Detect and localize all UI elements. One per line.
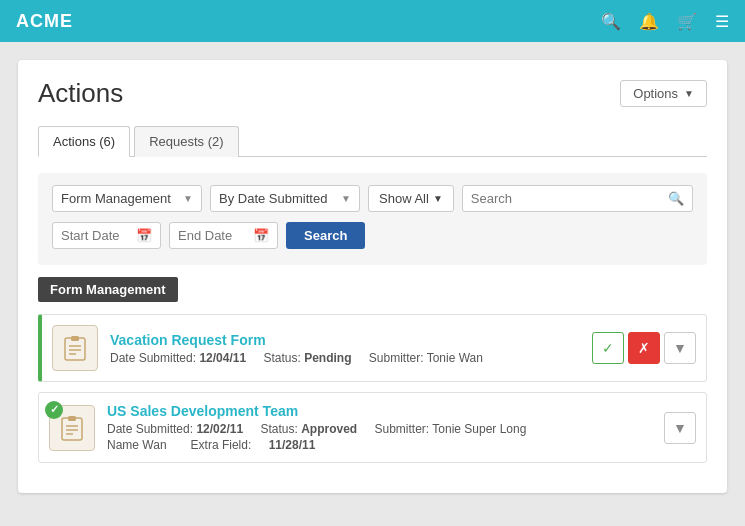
top-nav: ACME 🔍 🔔 🛒 ☰ (0, 0, 745, 42)
search-icon[interactable]: 🔍 (601, 12, 621, 31)
options-button[interactable]: Options ▼ (620, 80, 707, 107)
category-dropdown[interactable]: Form Management ▼ (52, 185, 202, 212)
sort-label: By Date Submitted (219, 191, 327, 206)
show-all-button[interactable]: Show All ▼ (368, 185, 454, 212)
action-item: ✓ US Sales Development Team Date Submitt… (38, 392, 707, 463)
tab-requests[interactable]: Requests (2) (134, 126, 238, 157)
item-title[interactable]: Vacation Request Form (110, 332, 592, 348)
end-date-input[interactable] (178, 228, 248, 243)
search-input[interactable] (471, 191, 663, 206)
item-title[interactable]: US Sales Development Team (107, 403, 664, 419)
svg-rect-1 (71, 336, 79, 341)
item-details: Vacation Request Form Date Submitted: 12… (110, 332, 592, 365)
svg-rect-5 (62, 418, 82, 440)
tab-actions[interactable]: Actions (6) (38, 126, 130, 157)
date-submitted-label: Date Submitted: 12/04/11 (110, 351, 246, 365)
card: Actions Options ▼ Actions (6) Requests (… (18, 60, 727, 493)
submitter-label: Submitter: Tonie Wan (369, 351, 497, 365)
category-arrow-icon: ▼ (183, 193, 193, 204)
approve-button[interactable]: ✓ (592, 332, 624, 364)
status-badge: Status: Approved (260, 422, 357, 436)
dropdown-button[interactable]: ▼ (664, 412, 696, 444)
end-calendar-icon: 📅 (253, 228, 269, 243)
start-date-input[interactable] (61, 228, 131, 243)
dropdown-button[interactable]: ▼ (664, 332, 696, 364)
search-icon: 🔍 (668, 191, 684, 206)
submitter-label: Submitter: Tonie Super Long (375, 422, 541, 436)
page-title: Actions (38, 78, 123, 109)
section-label: Form Management (38, 277, 178, 302)
card-header: Actions Options ▼ (38, 78, 707, 109)
start-date-field[interactable]: 📅 (52, 222, 161, 249)
tabs-bar: Actions (6) Requests (2) (38, 125, 707, 157)
item-meta: Date Submitted: 12/04/11 Status: Pending… (110, 351, 592, 365)
status-badge: Status: Pending (263, 351, 351, 365)
bell-icon[interactable]: 🔔 (639, 12, 659, 31)
action-item: Vacation Request Form Date Submitted: 12… (38, 314, 707, 382)
item-icon (52, 325, 98, 371)
dropdown-icon: ▼ (673, 420, 687, 436)
options-label: Options (633, 86, 678, 101)
item-actions: ▼ (664, 412, 696, 444)
filters-area: Form Management ▼ By Date Submitted ▼ Sh… (38, 173, 707, 265)
svg-rect-6 (68, 416, 76, 421)
extra-info: Name Wan Extra Field: 11/28/11 (107, 438, 650, 452)
search-button[interactable]: Search (286, 222, 365, 249)
sort-arrow-icon: ▼ (341, 193, 351, 204)
svg-rect-0 (65, 338, 85, 360)
approved-badge: ✓ (45, 401, 63, 419)
item-details: US Sales Development Team Date Submitted… (107, 403, 664, 452)
category-label: Form Management (61, 191, 171, 206)
end-date-field[interactable]: 📅 (169, 222, 278, 249)
nav-icons: 🔍 🔔 🛒 ☰ (601, 12, 729, 31)
options-arrow-icon: ▼ (684, 88, 694, 99)
reject-icon: ✗ (638, 340, 650, 356)
cart-icon[interactable]: 🛒 (677, 12, 697, 31)
item-meta: Date Submitted: 12/02/11 Status: Approve… (107, 422, 664, 452)
menu-icon[interactable]: ☰ (715, 12, 729, 31)
date-row: 📅 📅 Search (52, 222, 693, 249)
clipboard-icon (58, 414, 86, 442)
start-calendar-icon: 📅 (136, 228, 152, 243)
sort-dropdown[interactable]: By Date Submitted ▼ (210, 185, 360, 212)
approve-icon: ✓ (602, 340, 614, 356)
show-all-label: Show All (379, 191, 429, 206)
date-submitted-label: Date Submitted: 12/02/11 (107, 422, 243, 436)
main-content: Actions Options ▼ Actions (6) Requests (… (0, 42, 745, 511)
item-icon: ✓ (49, 405, 95, 451)
search-box[interactable]: 🔍 (462, 185, 693, 212)
dropdown-icon: ▼ (673, 340, 687, 356)
reject-button[interactable]: ✗ (628, 332, 660, 364)
show-all-arrow-icon: ▼ (433, 193, 443, 204)
clipboard-icon (61, 334, 89, 362)
item-actions: ✓ ✗ ▼ (592, 332, 696, 364)
logo: ACME (16, 11, 73, 32)
filters-row: Form Management ▼ By Date Submitted ▼ Sh… (52, 185, 693, 212)
